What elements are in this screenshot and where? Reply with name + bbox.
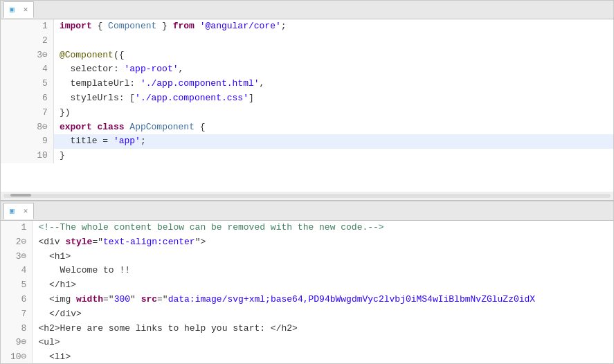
- html-tag-token: li: [55, 352, 66, 362]
- attr-name-token: style: [65, 237, 92, 247]
- table-row: 5 templateUrl: './app.component.html',: [1, 77, 613, 91]
- top-horiz-thumb: [10, 194, 31, 197]
- line-content: templateUrl: './app.component.html',: [53, 77, 613, 91]
- html-tag-token: h2: [281, 323, 292, 334]
- line-number: 1: [1, 19, 53, 34]
- top-code-table: 1import { Component } from '@angular/cor…: [1, 19, 613, 163]
- line-number: 10⊖: [1, 350, 33, 363]
- punct-token: : [: [119, 93, 135, 103]
- line-content: styleUrls: ['./app.component.css']: [53, 91, 613, 106]
- line-number: 9: [1, 134, 53, 149]
- kw-export-token: export: [60, 122, 92, 132]
- line-number: 9⊖: [1, 336, 33, 350]
- punct-token: ({: [114, 50, 125, 60]
- bottom-tab-bar: ▣ ✕: [1, 201, 613, 221]
- str-token: './app.component.html': [141, 78, 260, 89]
- punct-token: :: [129, 78, 141, 89]
- bottom-tab-close[interactable]: ✕: [24, 206, 28, 215]
- table-row: 10⊖ <li>: [1, 350, 613, 363]
- punct-token: ]: [249, 93, 254, 103]
- punct-token: ,: [179, 64, 184, 74]
- top-code-area[interactable]: 1import { Component } from '@angular/cor…: [1, 19, 613, 192]
- table-row: 3⊖ <h1>: [1, 250, 613, 264]
- punct-token: ;: [141, 136, 146, 146]
- line-content: }): [53, 106, 613, 120]
- punct-token: =: [97, 136, 113, 146]
- line-content: <img width="300" src="data:image/svg+xml…: [33, 293, 613, 307]
- bottom-code-table: 1<!--The whole content below can be remo…: [1, 221, 613, 363]
- punct-token: }: [156, 21, 172, 31]
- top-tab[interactable]: ▣ ✕: [3, 1, 34, 18]
- punct-token: ,: [260, 78, 265, 89]
- line-number: 6: [1, 91, 53, 106]
- punct-token: >: [76, 309, 82, 319]
- line-number: 7: [1, 106, 53, 120]
- line-number: 2⊖: [1, 235, 33, 250]
- table-row: 1<!--The whole content below can be remo…: [1, 221, 613, 235]
- line-content: </h1>: [33, 278, 613, 293]
- top-horiz-scroll[interactable]: [1, 192, 613, 200]
- line-number: 8: [1, 322, 33, 336]
- punct-token: </: [38, 280, 60, 290]
- punct-token: {: [195, 122, 206, 132]
- punct-token: >: [292, 323, 298, 334]
- html-tag-token: div: [44, 237, 60, 247]
- line-content: [53, 34, 613, 48]
- line-number: 4: [1, 62, 53, 77]
- str-token: 'app': [114, 136, 141, 146]
- html-tag-token: h2: [44, 323, 55, 334]
- line-number: 4: [1, 264, 33, 278]
- bottom-tab[interactable]: ▣ ✕: [3, 203, 34, 219]
- punct-token: ">: [195, 237, 206, 247]
- line-content: }: [53, 149, 613, 163]
- html-tag-token: h1: [55, 251, 66, 262]
- file-icon-bottom: ▣: [10, 206, 15, 215]
- line-number: 3⊖: [1, 250, 33, 264]
- line-number: 5: [1, 278, 33, 293]
- punct-token: >: [71, 280, 76, 290]
- prop-token: title: [60, 136, 98, 146]
- prop-token: styleUrls: [60, 93, 119, 103]
- punct-token: [92, 122, 98, 132]
- prop-token: templateUrl: [60, 78, 129, 89]
- table-row: 7 </div>: [1, 307, 613, 322]
- table-row: 7}): [1, 106, 613, 120]
- punct-token: ": [130, 294, 141, 304]
- line-number: 10: [1, 149, 53, 163]
- str-token: 'app-root': [125, 64, 179, 74]
- bottom-editor-pane: ▣ ✕ 1<!--The whole content below can be …: [0, 201, 614, 364]
- line-content: <li>: [33, 350, 613, 363]
- punct-token: [195, 21, 200, 31]
- punct-token: ;: [281, 21, 287, 31]
- punct-token: {: [92, 21, 108, 31]
- html-tag-token: div: [60, 309, 76, 319]
- xml-attr-token: data:image/svg+xml;base64,PD94bWwgdmVyc2…: [168, 294, 536, 304]
- top-tab-close[interactable]: ✕: [24, 5, 28, 14]
- line-content: Welcome to !!: [33, 264, 613, 278]
- line-number: 8⊖: [1, 120, 53, 135]
- table-row: 9 title = 'app';: [1, 134, 613, 149]
- line-content: @Component({: [53, 48, 613, 63]
- html-tag-token: img: [55, 294, 71, 304]
- line-content: <!--The whole content below can be remov…: [33, 221, 613, 235]
- line-content: <h1>: [33, 250, 613, 264]
- top-tab-bar: ▣ ✕: [1, 1, 613, 19]
- bottom-code-area[interactable]: 1<!--The whole content below can be remo…: [1, 221, 613, 363]
- kw-from-token: from: [173, 21, 195, 31]
- table-row: 6 <img width="300" src="data:image/svg+x…: [1, 293, 613, 307]
- str-token: '@angular/core': [200, 21, 281, 31]
- html-comment-token: <!--The whole content below can be remov…: [38, 222, 383, 233]
- top-editor-pane: ▣ ✕ 1import { Component } from '@angular…: [0, 0, 614, 201]
- top-horiz-track: [3, 194, 611, 198]
- attr-name-token: src: [141, 294, 157, 304]
- table-row: 6 styleUrls: ['./app.component.css']: [1, 91, 613, 106]
- table-row: 8<h2>Here are some links to help you sta…: [1, 322, 613, 336]
- line-number: 5: [1, 77, 53, 91]
- table-row: 5 </h1>: [1, 278, 613, 293]
- punct-token: =": [103, 294, 114, 304]
- line-number: 2: [1, 34, 53, 48]
- punct-token: :: [114, 64, 125, 74]
- str-token: './app.component.css': [135, 93, 249, 103]
- kw-import-token: import: [60, 21, 92, 31]
- punct-token: Welcome to !!: [38, 265, 130, 275]
